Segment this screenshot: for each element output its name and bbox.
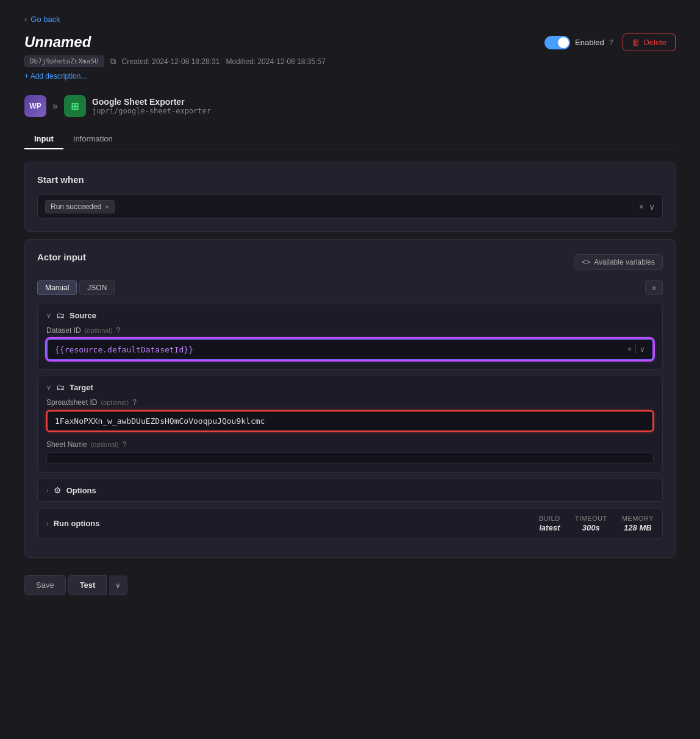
trash-icon: 🗑 bbox=[632, 38, 640, 47]
page-title: Unnamed bbox=[24, 34, 326, 51]
target-folder-icon: 🗂 bbox=[56, 382, 65, 392]
run-succeeded-tag[interactable]: Run succeeded × bbox=[45, 200, 115, 213]
available-vars-label: Available variables bbox=[594, 258, 655, 266]
start-when-input[interactable]: Run succeeded × × ∨ bbox=[37, 195, 663, 219]
timeout-value: 300s bbox=[575, 523, 607, 532]
dataset-id-help-icon[interactable]: ? bbox=[116, 326, 121, 335]
tab-input[interactable]: Input bbox=[24, 129, 63, 149]
target-subsection: ∨ 🗂 Target Spreadsheet ID (optional) ? 1… bbox=[37, 376, 663, 473]
clear-icon[interactable]: × bbox=[639, 202, 644, 212]
test-button[interactable]: Test bbox=[68, 575, 107, 595]
dataset-id-value: {{resource.defaultDatasetId}} bbox=[55, 345, 193, 354]
source-title: Source bbox=[70, 311, 96, 320]
options-header[interactable]: › ⚙ Options bbox=[38, 479, 662, 501]
chevron-left-icon: ‹ bbox=[24, 15, 27, 24]
memory-value: 128 MB bbox=[622, 523, 654, 532]
memory-option: MEMORY 128 MB bbox=[622, 515, 654, 532]
build-label: BUILD bbox=[539, 515, 560, 522]
options-cog-icon: ⚙ bbox=[54, 485, 62, 495]
run-options-title: Run options bbox=[54, 519, 100, 528]
actor-input-title: Actor input bbox=[37, 252, 86, 262]
add-description-link[interactable]: + Add description... bbox=[24, 72, 326, 80]
delete-button[interactable]: 🗑 Delete bbox=[623, 34, 676, 51]
sheet-name-optional: (optional) bbox=[91, 441, 119, 448]
dataset-id-label-text: Dataset ID bbox=[46, 326, 81, 335]
go-back-label: Go back bbox=[30, 15, 60, 24]
sheet-name-input[interactable] bbox=[46, 452, 654, 463]
tab-bar: Input Information bbox=[24, 129, 676, 149]
build-option: BUILD latest bbox=[539, 515, 560, 532]
start-when-section: Start when Run succeeded × × ∨ bbox=[24, 162, 676, 232]
run-options-subsection: › Run options BUILD latest TIMEOUT 300s … bbox=[37, 508, 663, 539]
footer-actions: Save Test ∨ bbox=[24, 565, 676, 605]
options-title: Options bbox=[66, 486, 96, 495]
enabled-label: Enabled bbox=[575, 38, 604, 47]
spreadsheet-id-value: 1FaxNoPXXn_w_awbDUuEZDsHQmCoVooqpuJQou9k… bbox=[55, 416, 265, 426]
sheet-name-label: Sheet Name (optional) ? bbox=[46, 440, 654, 449]
timeout-label: TIMEOUT bbox=[575, 515, 607, 522]
sheet-name-label-text: Sheet Name bbox=[46, 440, 87, 449]
dropdown-chevron-icon[interactable]: ∨ bbox=[649, 202, 655, 212]
id-badge: Db7j9phetoZcXma5U bbox=[24, 55, 104, 67]
source-chevron-icon: ∨ bbox=[46, 312, 51, 320]
target-title: Target bbox=[70, 383, 93, 392]
delete-label: Delete bbox=[643, 38, 666, 47]
code-icon: <> bbox=[582, 258, 590, 266]
dataset-id-clear-icon[interactable]: × bbox=[627, 345, 632, 354]
tag-close-icon[interactable]: × bbox=[105, 203, 109, 210]
target-chevron-icon: ∨ bbox=[46, 384, 51, 391]
expand-button[interactable]: » bbox=[645, 280, 663, 295]
dataset-id-dropdown-icon[interactable]: ∨ bbox=[640, 345, 645, 354]
spreadsheet-id-label: Spreadsheet ID (optional) ? bbox=[46, 398, 654, 407]
mode-tab-manual[interactable]: Manual bbox=[37, 280, 77, 295]
memory-label: MEMORY bbox=[622, 515, 654, 522]
created-meta: Created: 2024-12-08 18:28:31 bbox=[122, 57, 220, 66]
go-back-link[interactable]: ‹ Go back bbox=[24, 15, 676, 24]
source-header[interactable]: ∨ 🗂 Source bbox=[38, 304, 662, 326]
actor-slug: jupri/google-sheet-exporter bbox=[92, 107, 211, 115]
actor-input-section: Actor input <> Available variables Manua… bbox=[24, 239, 676, 558]
dataset-id-input[interactable]: {{resource.defaultDatasetId}} × ∨ bbox=[46, 338, 654, 360]
start-when-title: Start when bbox=[37, 174, 663, 185]
source-subsection: ∨ 🗂 Source Dataset ID (optional) ? {{res… bbox=[37, 304, 663, 370]
run-options-header[interactable]: › Run options BUILD latest TIMEOUT 300s … bbox=[38, 509, 662, 538]
options-chevron-icon: › bbox=[46, 487, 49, 494]
dataset-id-label: Dataset ID (optional) ? bbox=[46, 326, 654, 335]
spreadsheet-id-help-icon[interactable]: ? bbox=[132, 398, 137, 407]
tag-label: Run succeeded bbox=[51, 202, 101, 211]
help-icon[interactable]: ? bbox=[609, 38, 613, 47]
target-header[interactable]: ∨ 🗂 Target bbox=[38, 376, 662, 398]
modified-meta: Modified: 2024-12-08 18:35:57 bbox=[226, 57, 325, 66]
copy-icon[interactable]: ⧉ bbox=[110, 57, 116, 66]
actor-gs-icon: ⊞ bbox=[64, 95, 86, 117]
save-button[interactable]: Save bbox=[24, 575, 66, 595]
actor-arrow-icon: » bbox=[52, 101, 58, 112]
run-options-chevron-icon: › bbox=[46, 520, 49, 527]
tab-information[interactable]: Information bbox=[63, 129, 123, 149]
test-dropdown-button[interactable]: ∨ bbox=[109, 576, 127, 595]
enabled-toggle[interactable] bbox=[545, 36, 570, 49]
dataset-id-optional: (optional) bbox=[85, 327, 113, 334]
build-value: latest bbox=[539, 523, 560, 532]
spreadsheet-id-label-text: Spreadsheet ID bbox=[46, 398, 97, 407]
spreadsheet-id-input[interactable]: 1FaxNoPXXn_w_awbDUuEZDsHQmCoVooqpuJQou9k… bbox=[46, 410, 654, 432]
options-subsection: › ⚙ Options bbox=[37, 479, 663, 502]
mode-tab-json[interactable]: JSON bbox=[79, 280, 115, 295]
timeout-option: TIMEOUT 300s bbox=[575, 515, 607, 532]
source-folder-icon: 🗂 bbox=[56, 310, 65, 320]
spreadsheet-id-optional: (optional) bbox=[101, 399, 129, 406]
actor-name: Google Sheet Exporter bbox=[92, 97, 211, 107]
actor-wp-icon: WP bbox=[24, 95, 46, 117]
available-variables-button[interactable]: <> Available variables bbox=[574, 254, 663, 270]
sheet-name-help-icon[interactable]: ? bbox=[123, 440, 127, 449]
